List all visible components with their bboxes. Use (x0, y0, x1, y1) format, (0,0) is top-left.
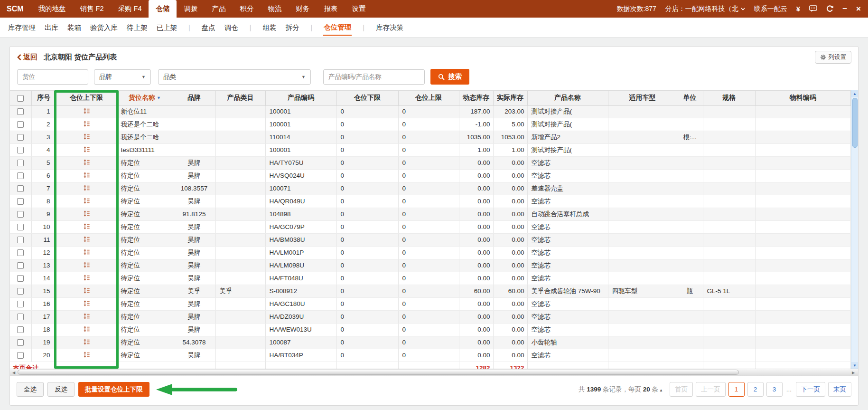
limits-adjust-icon[interactable] (83, 172, 90, 179)
limits-adjust-icon[interactable] (83, 338, 90, 345)
search-button[interactable]: 搜索 (430, 69, 469, 85)
minimize-icon[interactable]: − (842, 4, 847, 14)
column-header-vehicle[interactable]: 适用车型 (608, 91, 677, 105)
subnav-item-4[interactable]: 待上架 (126, 19, 148, 35)
limits-adjust-icon[interactable] (83, 184, 90, 191)
column-header-lower[interactable]: 仓位下限 (336, 91, 398, 105)
row-checkbox[interactable] (17, 134, 24, 141)
topnav-item-2[interactable]: 采购 F4 (111, 0, 149, 18)
topnav-item-8[interactable]: 财务 (289, 0, 317, 18)
column-header-brand[interactable]: 品牌 (173, 91, 215, 105)
limits-adjust-icon[interactable] (83, 107, 90, 114)
limits-adjust-icon[interactable] (83, 287, 90, 294)
limits-adjust-icon[interactable] (83, 223, 90, 230)
row-checkbox[interactable] (17, 249, 24, 256)
limits-adjust-icon[interactable] (83, 325, 90, 333)
topnav-item-5[interactable]: 产品 (205, 0, 233, 18)
brand-select[interactable]: 品牌 ▼ (94, 69, 151, 85)
column-header-seq[interactable]: 序号 (31, 91, 56, 105)
limits-adjust-icon[interactable] (83, 197, 90, 204)
limits-adjust-icon[interactable] (83, 300, 90, 307)
topnav-item-1[interactable]: 销售 F2 (73, 0, 111, 18)
row-checkbox[interactable] (17, 288, 24, 295)
row-checkbox[interactable] (17, 211, 24, 218)
topnav-item-4[interactable]: 调拨 (177, 0, 205, 18)
column-header-dynamic[interactable]: 动态库存 (459, 91, 493, 105)
topnav-item-10[interactable]: 设置 (345, 0, 373, 18)
limits-adjust-icon[interactable] (83, 133, 90, 140)
batch-set-limits-button[interactable]: 批量设置仓位上下限 (78, 382, 149, 397)
subnav-item-0[interactable]: 库存管理 (8, 19, 36, 35)
page-button-3[interactable]: 2 (747, 382, 764, 397)
subnav-item-5[interactable]: 已上架 (156, 19, 178, 35)
row-checkbox[interactable] (17, 160, 24, 166)
currency-icon[interactable]: ¥ (796, 5, 800, 13)
topnav-item-6[interactable]: 积分 (233, 0, 261, 18)
column-header-category[interactable]: 产品类目 (215, 91, 265, 105)
row-checkbox[interactable] (17, 108, 24, 115)
branch-selector[interactable]: 分店：一配网络科技（北 (665, 5, 745, 13)
per-page-caret-icon[interactable]: ▲ (659, 388, 663, 392)
row-checkbox[interactable] (17, 121, 24, 128)
hscroll-thumb[interactable] (18, 370, 739, 375)
row-checkbox[interactable] (17, 185, 24, 192)
subnav-item-7[interactable]: 盘点 (201, 19, 216, 35)
subnav-item-1[interactable]: 出库 (44, 19, 59, 35)
scroll-right-icon[interactable]: ▶ (849, 371, 857, 375)
invert-selection-button[interactable]: 反选 (47, 382, 75, 397)
subnav-item-2[interactable]: 装箱 (67, 19, 82, 35)
column-header-code[interactable]: 产品编码 (265, 91, 336, 105)
subnav-item-15[interactable]: 库存决策 (375, 19, 404, 35)
select-all-button[interactable]: 全选 (17, 382, 44, 397)
page-button-1[interactable]: 上一页 (696, 382, 726, 397)
subnav-item-8[interactable]: 调仓 (224, 19, 239, 35)
page-button-0[interactable]: 首页 (670, 382, 693, 397)
vscroll-thumb[interactable] (852, 98, 858, 148)
row-checkbox[interactable] (17, 172, 24, 179)
subnav-item-3[interactable]: 验货入库 (90, 19, 118, 35)
message-icon[interactable] (809, 5, 817, 12)
subnav-item-11[interactable]: 拆分 (285, 19, 300, 35)
limits-adjust-icon[interactable] (83, 351, 90, 358)
column-header-location[interactable]: 货位名称▼ (117, 91, 173, 105)
limits-adjust-icon[interactable] (83, 313, 90, 320)
category-select[interactable]: 品类 ▼ (158, 69, 311, 85)
row-checkbox[interactable] (17, 275, 24, 282)
row-checkbox[interactable] (17, 198, 24, 205)
back-button[interactable]: 返回 (17, 53, 37, 62)
row-checkbox[interactable] (17, 237, 24, 243)
scroll-down-icon[interactable]: ▼ (851, 362, 858, 369)
row-checkbox[interactable] (17, 339, 24, 346)
location-input[interactable] (17, 69, 88, 85)
topnav-item-7[interactable]: 物流 (261, 0, 289, 18)
limits-adjust-icon[interactable] (83, 159, 90, 166)
row-checkbox[interactable] (17, 326, 24, 333)
vertical-scrollbar[interactable]: ▲ ▼ (851, 90, 858, 369)
limits-adjust-icon[interactable] (83, 261, 90, 268)
column-header-name[interactable]: 产品名称 (527, 91, 608, 105)
page-button-2[interactable]: 1 (728, 382, 745, 397)
limits-adjust-icon[interactable] (83, 236, 90, 243)
page-button-4[interactable]: 3 (766, 382, 783, 397)
column-header-upper[interactable]: 仓位上限 (398, 91, 459, 105)
limits-adjust-icon[interactable] (83, 146, 90, 153)
product-search-input[interactable] (323, 69, 425, 85)
app-logo[interactable]: SCM (0, 0, 31, 18)
row-checkbox[interactable] (17, 147, 24, 153)
select-all-checkbox[interactable] (17, 95, 24, 102)
row-checkbox[interactable] (17, 314, 24, 320)
column-header-spec[interactable]: 规格 (703, 91, 755, 105)
row-checkbox[interactable] (17, 301, 24, 307)
page-button-7[interactable]: 末页 (828, 382, 851, 397)
horizontal-scrollbar[interactable]: ◀ ▶ (10, 369, 858, 376)
row-checkbox[interactable] (17, 352, 24, 359)
row-checkbox[interactable] (17, 262, 24, 269)
scroll-up-icon[interactable]: ▲ (851, 90, 858, 97)
page-button-6[interactable]: 下一页 (796, 382, 826, 397)
limits-adjust-icon[interactable] (83, 120, 90, 127)
limits-adjust-icon[interactable] (83, 248, 90, 256)
contact-link[interactable]: 联系一配云 (754, 5, 787, 13)
column-settings-button[interactable]: 列设置 (815, 51, 852, 64)
column-header-unit[interactable]: 单位 (677, 91, 703, 105)
limits-adjust-icon[interactable] (83, 210, 90, 217)
